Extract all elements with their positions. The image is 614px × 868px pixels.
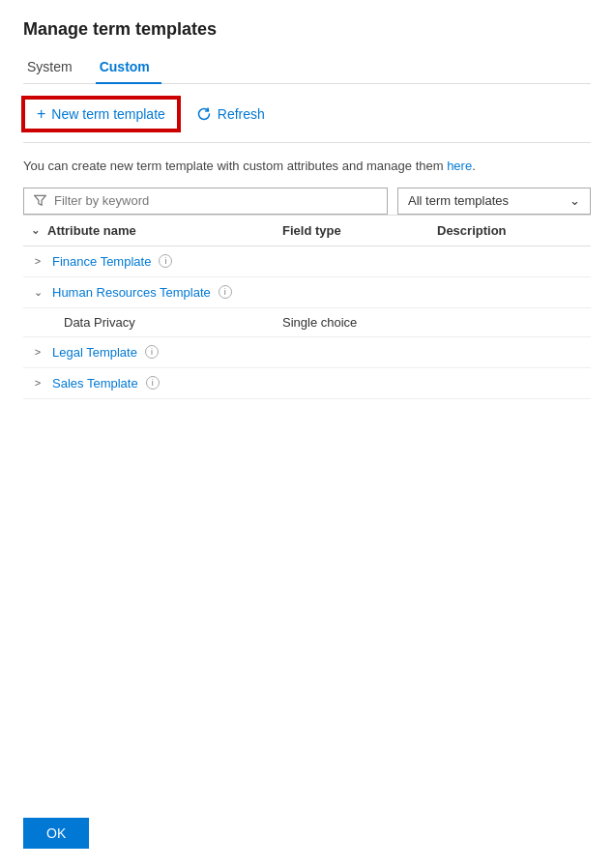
info-text: You can create new term template with cu… — [23, 157, 591, 176]
info-icon-hr[interactable]: i — [219, 285, 232, 299]
footer: OK — [23, 818, 89, 849]
tab-custom[interactable]: Custom — [96, 51, 161, 84]
table-row: > Legal Template i — [23, 337, 591, 368]
tabs-row: System Custom — [23, 51, 591, 84]
table-row: > Finance Template i — [23, 246, 591, 277]
sales-template-link[interactable]: Sales Template — [52, 376, 138, 391]
svg-marker-0 — [35, 195, 45, 205]
tab-system[interactable]: System — [23, 51, 84, 84]
row-name-finance: > Finance Template i — [23, 254, 275, 269]
filter-input-wrap[interactable] — [23, 188, 388, 215]
row-name-hr: ⌄ Human Resources Template i — [23, 285, 275, 300]
filter-input[interactable] — [54, 193, 377, 208]
finance-template-link[interactable]: Finance Template — [52, 254, 151, 269]
info-icon-legal[interactable]: i — [145, 345, 159, 359]
template-filter-dropdown[interactable]: All term templates ⌄ — [397, 188, 591, 215]
col-description: Description — [429, 223, 591, 238]
toolbar-divider — [23, 142, 591, 143]
legal-template-link[interactable]: Legal Template — [52, 345, 137, 360]
info-icon-sales[interactable]: i — [146, 376, 160, 390]
expand-toggle-sales[interactable]: > — [31, 377, 44, 389]
col-toggle-icon: ⌄ — [31, 224, 40, 237]
expand-toggle-legal[interactable]: > — [31, 346, 44, 358]
data-privacy-name: Data Privacy — [23, 315, 275, 330]
table-row: > Sales Template i — [23, 368, 591, 399]
data-privacy-field-type: Single choice — [275, 315, 429, 330]
filter-icon — [34, 193, 46, 209]
refresh-icon — [196, 106, 212, 122]
hr-template-link[interactable]: Human Resources Template — [52, 285, 211, 300]
row-name-legal: > Legal Template i — [23, 345, 275, 360]
col-attribute-name: ⌄ Attribute name — [23, 223, 275, 238]
info-link[interactable]: here — [447, 159, 472, 173]
info-icon-finance[interactable]: i — [159, 254, 172, 268]
dropdown-value: All term templates — [408, 193, 509, 208]
page-title: Manage term templates — [23, 19, 591, 40]
new-term-button[interactable]: + New term template — [23, 98, 179, 130]
expand-toggle-hr[interactable]: ⌄ — [31, 286, 44, 299]
plus-icon: + — [37, 105, 45, 123]
refresh-label: Refresh — [218, 106, 265, 122]
sub-row-data-privacy: Data Privacy Single choice — [23, 308, 591, 337]
filter-row: All term templates ⌄ — [23, 188, 591, 215]
toolbar: + New term template Refresh — [23, 98, 591, 130]
chevron-down-icon: ⌄ — [570, 193, 580, 208]
col-attribute-label: Attribute name — [47, 223, 136, 238]
row-name-sales: > Sales Template i — [23, 376, 275, 391]
new-term-label: New term template — [51, 106, 164, 122]
ok-button[interactable]: OK — [23, 818, 89, 849]
table-header: ⌄ Attribute name Field type Description — [23, 215, 591, 246]
table-row: ⌄ Human Resources Template i — [23, 277, 591, 308]
expand-toggle-finance[interactable]: > — [31, 255, 44, 267]
refresh-button[interactable]: Refresh — [189, 101, 273, 128]
col-field-type: Field type — [275, 223, 429, 238]
